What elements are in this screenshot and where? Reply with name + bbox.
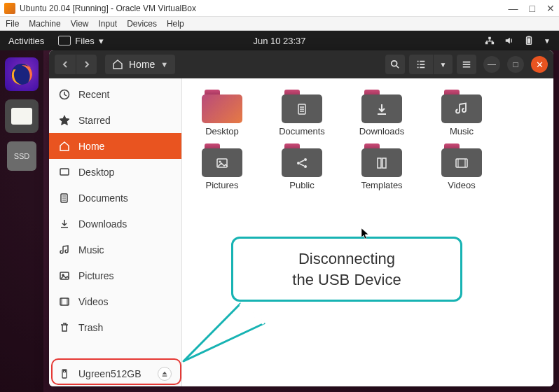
panel-datetime[interactable]: Jun 10 23:37 (253, 36, 305, 46)
annotation-callout-tail (173, 290, 257, 374)
svg-rect-4 (527, 36, 530, 36)
mouse-cursor-icon (361, 228, 370, 239)
sidebar-item-label: Trash (78, 322, 103, 333)
vbox-logo-icon (4, 3, 15, 14)
dock-files[interactable] (5, 99, 39, 133)
eject-button[interactable] (158, 367, 172, 381)
folder-label: Music (450, 126, 474, 136)
vbox-menu-devices[interactable]: Devices (127, 19, 157, 29)
svg-point-20 (304, 158, 307, 161)
sidebar-item-starred[interactable]: Starred (49, 107, 181, 133)
folder-label: Videos (448, 180, 476, 190)
path-bar[interactable]: Home ▼ (105, 55, 175, 74)
sidebar-item-music[interactable]: Music (49, 237, 181, 262)
vbox-menu-machine[interactable]: Machine (29, 19, 60, 29)
folder-icon (11, 108, 32, 125)
folder-item[interactable]: Videos (429, 144, 495, 190)
files-headerbar: Home ▼ ▼ — □ ✕ (49, 50, 553, 78)
vbox-menu-help[interactable]: Help (167, 19, 184, 29)
star-icon (59, 115, 70, 126)
folder-icon (202, 90, 242, 123)
ubuntu-dock: SSD (0, 50, 43, 392)
network-icon[interactable] (485, 36, 495, 46)
sidebar-item-pictures[interactable]: Pictures (49, 262, 181, 288)
pictures-icon (59, 270, 70, 281)
files-window: Home ▼ ▼ — □ ✕ Recent Starred Home Deskt… (49, 50, 553, 386)
sidebar-item-downloads[interactable]: Downloads (49, 211, 181, 237)
folder-label: Downloads (359, 126, 404, 136)
guest-desktop: Activities Files ▾ Jun 10 23:37 ▼ SSD (0, 31, 559, 392)
dock-ssd[interactable]: SSD (7, 141, 36, 171)
sidebar-item-label: Desktop (78, 167, 114, 178)
vbox-minimize-button[interactable]: — (509, 3, 518, 14)
dock-firefox[interactable] (5, 57, 39, 91)
sidebar-item-label: Downloads (78, 218, 127, 230)
folder-item[interactable]: Templates (349, 144, 415, 190)
sidebar-item-desktop[interactable]: Desktop (49, 159, 181, 185)
window-minimize-button[interactable]: — (483, 56, 500, 73)
svg-rect-1 (492, 42, 495, 45)
sidebar-item-label: Pictures (78, 270, 114, 281)
battery-icon[interactable] (524, 36, 534, 46)
downloads-icon (59, 218, 70, 230)
hamburger-menu-button[interactable] (457, 55, 476, 74)
vbox-maximize-button[interactable]: □ (530, 3, 535, 14)
folder-icon (441, 144, 482, 177)
svg-point-21 (304, 165, 307, 168)
folder-item[interactable]: Downloads (349, 90, 415, 136)
vbox-menu-input[interactable]: Input (99, 19, 118, 29)
chevron-down-icon: ▾ (99, 36, 104, 46)
app-menu-label: Files (75, 36, 94, 46)
annotation-callout: Disconnecting the USB Device (231, 237, 462, 302)
activities-button[interactable]: Activities (8, 36, 44, 46)
sidebar-item-home[interactable]: Home (49, 133, 181, 159)
places-sidebar: Recent Starred Home Desktop Documents Do… (49, 78, 182, 386)
callout-text-line1: Disconnecting (249, 248, 445, 270)
sidebar-item-label: Recent (78, 89, 109, 100)
chevron-down-icon[interactable]: ▼ (544, 37, 551, 45)
sidebar-item-label: Starred (78, 115, 111, 126)
folder-icon (441, 90, 482, 123)
sidebar-item-videos[interactable]: Videos (49, 288, 181, 314)
folder-item[interactable]: Public (269, 144, 335, 190)
window-maximize-button[interactable]: □ (507, 56, 524, 73)
folder-label: Templates (361, 180, 402, 190)
svg-point-18 (219, 160, 221, 162)
folder-item[interactable]: Documents (269, 90, 335, 136)
folder-item[interactable]: Pictures (189, 144, 255, 190)
chevron-down-icon: ▼ (160, 60, 168, 69)
search-button[interactable] (385, 55, 405, 74)
folder-icon (361, 144, 402, 177)
volume-icon[interactable] (504, 36, 514, 46)
sidebar-item-label: Videos (78, 296, 109, 307)
folder-item[interactable]: Desktop (189, 90, 255, 136)
ubuntu-top-panel: Activities Files ▾ Jun 10 23:37 ▼ (0, 31, 559, 50)
vbox-close-button[interactable]: ✕ (546, 3, 555, 14)
view-list-button[interactable] (409, 55, 433, 74)
files-icon (58, 36, 71, 46)
window-close-button[interactable]: ✕ (531, 56, 548, 73)
svg-point-7 (392, 61, 397, 66)
vbox-menubar: File Machine View Input Devices Help (0, 17, 559, 31)
home-icon (59, 141, 70, 152)
folder-icon (202, 144, 242, 177)
svg-rect-2 (488, 37, 491, 40)
vbox-menu-file[interactable]: File (6, 19, 19, 29)
vbox-window-title: Ubuntu 20.04 [Running] - Oracle VM Virtu… (20, 4, 509, 13)
videos-icon (59, 296, 70, 307)
forward-button[interactable] (76, 55, 97, 74)
sidebar-item-trash[interactable]: Trash (49, 314, 181, 340)
app-menu-files[interactable]: Files ▾ (58, 36, 103, 46)
folder-label: Documents (279, 126, 325, 136)
drive-icon (59, 368, 70, 379)
sidebar-item-documents[interactable]: Documents (49, 185, 181, 211)
sidebar-item-label: Home (78, 141, 104, 152)
sidebar-item-recent[interactable]: Recent (49, 81, 181, 107)
view-dropdown-button[interactable]: ▼ (433, 55, 453, 74)
vbox-menu-view[interactable]: View (71, 19, 89, 29)
clock-icon (59, 89, 70, 100)
back-button[interactable] (55, 55, 76, 74)
folder-item[interactable]: Music (429, 90, 495, 136)
folder-label: Desktop (205, 126, 239, 136)
sidebar-item-usb-drive[interactable]: Ugreen512GB (49, 360, 181, 386)
